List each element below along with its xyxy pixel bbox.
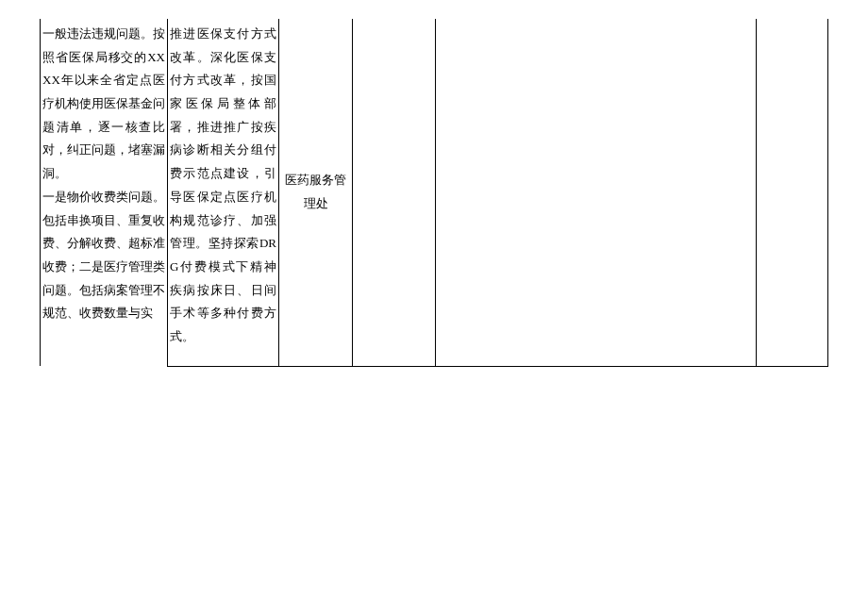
- cell-reform-measure: 推进医保支付方式改革。深化医保支付方式改革，按国家医保局整体部署，推进推广按疾病…: [168, 19, 279, 366]
- table-row: 一般违法违规问题。按照省医保局移交的XXXX年以来全省定点医疗机构使用医保基金问…: [41, 19, 828, 366]
- cell-col6: [757, 19, 828, 366]
- cell-col5: [436, 19, 757, 366]
- document-page: 一般违法违规问题。按照省医保局移交的XXXX年以来全省定点医疗机构使用医保基金问…: [0, 0, 868, 614]
- cell-col4: [353, 19, 436, 366]
- cell-issue-description: 一般违法违规问题。按照省医保局移交的XXXX年以来全省定点医疗机构使用医保基金问…: [41, 19, 168, 366]
- policy-table: 一般违法违规问题。按照省医保局移交的XXXX年以来全省定点医疗机构使用医保基金问…: [40, 19, 828, 367]
- cell-department: 医药服务管理处: [279, 19, 353, 366]
